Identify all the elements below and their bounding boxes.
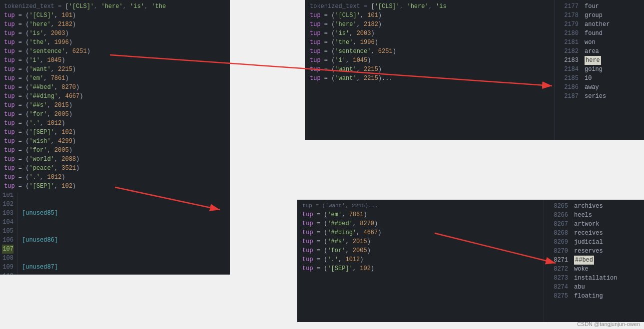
top-right-panel: tokenized_text = ['[CLS]', 'here', 'is t… <box>305 0 644 140</box>
vocab-another: another <box>585 20 610 29</box>
watermark: CSDN @tangjunjun-owen <box>577 321 640 327</box>
bottom-right-panel: tup = ('want', 2215)... tup = ('em', 786… <box>297 200 644 322</box>
vocab-floating: floating <box>574 292 603 301</box>
left-panel: 8081828384 8586878889 9091929394 9596979… <box>0 0 230 275</box>
